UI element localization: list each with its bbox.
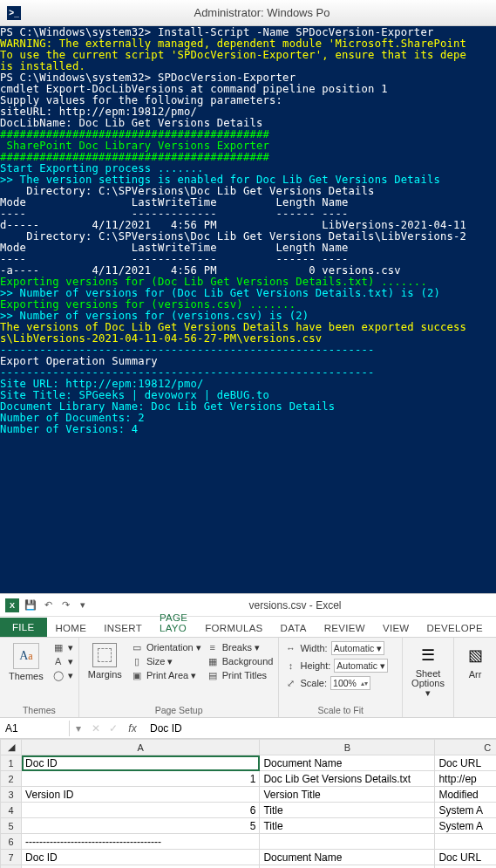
ribbon-tabs: FILE HOME INSERT PAGE LAYO FORMULAS DATA… bbox=[0, 617, 496, 638]
scale-spinner[interactable]: 100%▴▾ bbox=[330, 676, 370, 690]
cancel-formula-icon[interactable]: ✕ bbox=[87, 722, 105, 735]
breaks-icon: ≡ bbox=[207, 641, 219, 653]
margins-button[interactable]: Margins bbox=[85, 641, 126, 681]
cell[interactable]: Version Title bbox=[260, 787, 435, 803]
cell[interactable]: versions.csv bbox=[260, 865, 435, 869]
qat-customize-icon[interactable]: ▾ bbox=[77, 599, 89, 612]
margins-label: Margins bbox=[88, 669, 122, 680]
width-label: Width: bbox=[300, 643, 327, 653]
excel-titlebar[interactable]: X 💾 ↶ ↷ ▾ versions.csv - Excel bbox=[0, 594, 496, 617]
cell[interactable] bbox=[435, 834, 496, 850]
cell[interactable]: --------------------------------------- bbox=[22, 834, 260, 850]
cell[interactable]: 5 bbox=[22, 818, 260, 834]
cell[interactable]: Title bbox=[260, 818, 435, 834]
tab-page-layout[interactable]: PAGE LAYO bbox=[151, 609, 196, 637]
ribbon: Aa Themes ▦▾ A▾ ◯▾ Themes Margins ▭Orien… bbox=[0, 638, 496, 718]
margins-icon bbox=[92, 643, 117, 667]
redo-icon[interactable]: ↷ bbox=[59, 599, 71, 612]
powershell-titlebar[interactable]: >_ Administrator: Windows Po bbox=[0, 0, 496, 26]
tab-file[interactable]: FILE bbox=[0, 618, 47, 637]
table-row: 46TitleSystem A bbox=[1, 803, 497, 818]
cell[interactable]: Doc Lib Get Versions Details.txt bbox=[260, 771, 435, 787]
cell[interactable]: Document Name bbox=[260, 755, 435, 771]
height-combo[interactable]: Automatic ▾ bbox=[334, 659, 388, 673]
cell[interactable]: 6 bbox=[22, 803, 260, 818]
theme-effects-button[interactable]: ◯▾ bbox=[52, 669, 73, 681]
theme-fonts-button[interactable]: A▾ bbox=[52, 655, 73, 667]
fx-icon[interactable]: fx bbox=[122, 722, 143, 735]
cell[interactable]: System A bbox=[435, 818, 496, 834]
row-header[interactable]: 4 bbox=[1, 803, 22, 818]
cell[interactable] bbox=[260, 834, 435, 850]
tab-developer[interactable]: DEVELOPE bbox=[418, 619, 492, 637]
row-header[interactable]: 8 bbox=[1, 865, 22, 869]
cell[interactable]: Document Name bbox=[260, 850, 435, 865]
powershell-icon: >_ bbox=[7, 6, 21, 20]
width-icon: ↔ bbox=[284, 642, 296, 654]
cell[interactable]: 1 bbox=[22, 771, 260, 787]
cell[interactable]: http://ep bbox=[435, 865, 496, 869]
tab-power-query[interactable]: POWER QU bbox=[492, 609, 496, 637]
row-header[interactable]: 7 bbox=[1, 850, 22, 865]
tab-data[interactable]: DATA bbox=[272, 619, 316, 637]
themes-button[interactable]: Aa Themes bbox=[5, 641, 47, 683]
cell[interactable]: Doc ID bbox=[22, 850, 260, 865]
spreadsheet-grid[interactable]: ◢ABC 1Doc IDDocument NameDoc URL21Doc Li… bbox=[0, 739, 496, 868]
undo-icon[interactable]: ↶ bbox=[42, 599, 54, 612]
breaks-button[interactable]: ≡Breaks ▾ bbox=[207, 641, 274, 653]
column-header[interactable]: A bbox=[22, 740, 260, 755]
theme-colors-button[interactable]: ▦▾ bbox=[52, 641, 73, 653]
save-icon[interactable]: 💾 bbox=[24, 599, 37, 612]
tab-review[interactable]: REVIEW bbox=[316, 619, 374, 637]
ribbon-group-arrange: ▧ Arr bbox=[454, 638, 496, 717]
ribbon-group-sheet-options: ☰ SheetOptions ▾ bbox=[403, 638, 454, 717]
ribbon-group-scale-to-fit: ↔ Width: Automatic ▾ ↕ Height: Automatic… bbox=[279, 638, 403, 717]
themes-icon: Aa bbox=[13, 643, 39, 669]
tab-view[interactable]: VIEW bbox=[374, 619, 418, 637]
print-area-button[interactable]: ▣Print Area ▾ bbox=[131, 669, 201, 681]
row-header[interactable]: 6 bbox=[1, 834, 22, 850]
group-label-page-setup: Page Setup bbox=[85, 703, 274, 715]
tab-home[interactable]: HOME bbox=[47, 619, 96, 637]
select-all-corner[interactable]: ◢ bbox=[1, 740, 22, 755]
cell[interactable]: Title bbox=[260, 803, 435, 818]
background-button[interactable]: ▦Background bbox=[207, 655, 274, 667]
row-header[interactable]: 3 bbox=[1, 787, 22, 803]
tab-formulas[interactable]: FORMULAS bbox=[196, 619, 271, 637]
effects-icon: ◯ bbox=[52, 669, 65, 681]
cell[interactable]: System A bbox=[435, 803, 496, 818]
powershell-window: >_ Administrator: Windows Po PS C:\Windo… bbox=[0, 0, 496, 593]
row-header[interactable]: 1 bbox=[1, 755, 22, 771]
height-icon: ↕ bbox=[284, 660, 296, 672]
sheet-options-button[interactable]: ☰ SheetOptions ▾ bbox=[408, 641, 448, 700]
name-box[interactable]: A1 bbox=[0, 721, 70, 736]
enter-formula-icon[interactable]: ✓ bbox=[105, 722, 122, 735]
cell[interactable]: Doc URL bbox=[435, 755, 496, 771]
formula-value[interactable]: Doc ID bbox=[143, 721, 496, 736]
background-icon: ▦ bbox=[207, 655, 219, 667]
size-button[interactable]: ▯Size ▾ bbox=[131, 655, 201, 667]
group-label-scale: Scale to Fit bbox=[284, 703, 397, 715]
column-header[interactable]: C bbox=[435, 740, 496, 755]
size-icon: ▯ bbox=[131, 655, 143, 667]
table-row: 7Doc IDDocument NameDoc URL bbox=[1, 850, 497, 865]
fonts-icon: A bbox=[52, 655, 65, 667]
cell[interactable]: Doc URL bbox=[435, 850, 496, 865]
row-header[interactable]: 2 bbox=[1, 771, 22, 787]
cell[interactable]: Modified bbox=[435, 787, 496, 803]
width-combo[interactable]: Automatic ▾ bbox=[331, 641, 385, 655]
tab-insert[interactable]: INSERT bbox=[95, 619, 151, 637]
print-titles-icon: ▤ bbox=[207, 669, 219, 681]
orientation-button[interactable]: ▭Orientation ▾ bbox=[131, 641, 201, 653]
print-titles-button[interactable]: ▤Print Titles bbox=[207, 669, 274, 681]
powershell-terminal[interactable]: PS C:\Windows\system32> Install-Script -… bbox=[0, 26, 496, 593]
cell[interactable]: Doc ID bbox=[22, 755, 260, 771]
column-header[interactable]: B bbox=[260, 740, 435, 755]
table-row: 1Doc IDDocument NameDoc URL bbox=[1, 755, 497, 771]
cell[interactable]: http://ep bbox=[435, 771, 496, 787]
name-box-dropdown-icon[interactable]: ▾ bbox=[70, 722, 87, 735]
arrange-button[interactable]: ▧ Arr bbox=[459, 641, 491, 681]
row-header[interactable]: 5 bbox=[1, 818, 22, 834]
cell[interactable]: 2 bbox=[22, 865, 260, 869]
cell[interactable]: Version ID bbox=[22, 787, 260, 803]
